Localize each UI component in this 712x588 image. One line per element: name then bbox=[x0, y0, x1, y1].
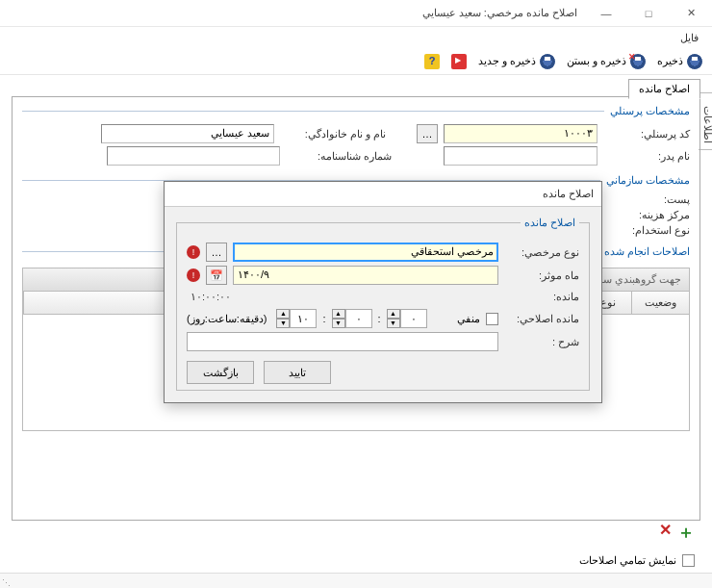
save-new-button[interactable]: ذخيره و جديد bbox=[474, 52, 559, 71]
spin-down[interactable]: ▼ bbox=[276, 319, 290, 328]
spin-up[interactable]: ▲ bbox=[276, 309, 290, 319]
show-all-row: نمايش تمامي اصلاحات bbox=[579, 554, 695, 567]
spin-up[interactable]: ▲ bbox=[387, 309, 400, 319]
menu-file[interactable]: فايل bbox=[673, 30, 706, 46]
resize-grip[interactable]: ⋰ bbox=[2, 578, 9, 588]
col-status[interactable]: وضعيت bbox=[631, 292, 689, 314]
group-done-title: اصلاحات انجام شده bbox=[598, 245, 690, 258]
save-label: ذخيره bbox=[657, 55, 683, 67]
leave-type-input[interactable]: مرخصي استحقاقي bbox=[233, 243, 498, 262]
error-icon: ! bbox=[187, 245, 200, 259]
save-new-label: ذخيره و جديد bbox=[478, 55, 536, 67]
footer-actions: ＋ ✕ bbox=[659, 521, 695, 544]
family-value: سعيد عيسايي bbox=[101, 124, 274, 143]
show-all-label: نمايش تمامي اصلاحات bbox=[579, 554, 676, 567]
desc-label: شرح : bbox=[504, 336, 579, 348]
window-titlebar: ✕ □ — اصلاح مانده مرخصي: سعيد عيسايي bbox=[0, 0, 712, 27]
spinner-min[interactable]: ▲▼ bbox=[387, 309, 427, 328]
disk-new-icon bbox=[540, 54, 555, 69]
dialog-title: اصلاح مانده bbox=[165, 182, 601, 207]
group-personal-title: مشخصات پرسنلي bbox=[604, 105, 690, 117]
maximize-button[interactable]: □ bbox=[627, 0, 670, 27]
status-bar: ⋰ bbox=[0, 573, 712, 588]
group-org-title: مشخصات سازماني bbox=[600, 174, 690, 187]
spinner-day[interactable]: ▲▼ bbox=[276, 309, 317, 328]
idnum-value bbox=[107, 146, 280, 166]
save-close-label: ذخيره و بستن bbox=[567, 55, 626, 67]
unit-label: (دقيقه:ساعت:روز) bbox=[187, 313, 267, 325]
side-tab-info[interactable]: اطلاعات bbox=[699, 92, 712, 150]
code-lookup-button[interactable]: … bbox=[417, 124, 438, 143]
spinner-hour-input[interactable] bbox=[345, 309, 372, 328]
calendar-button[interactable]: 📅 bbox=[206, 266, 227, 285]
balance-label: مانده: bbox=[504, 291, 579, 303]
dialog-group: اصلاح مانده نوع مرخصي: مرخصي استحقاقي … … bbox=[176, 217, 590, 391]
father-value bbox=[444, 146, 598, 166]
month-input[interactable]: ۱۴۰۰/۹ bbox=[233, 266, 498, 285]
menu-bar: فايل bbox=[0, 27, 712, 48]
family-label: نام و نام خانوادگي: bbox=[280, 128, 386, 141]
emptype-label: نوع استخدام: bbox=[603, 224, 690, 237]
leave-type-label: نوع مرخصي: bbox=[504, 246, 579, 259]
month-label: ماه موثر: bbox=[504, 269, 579, 282]
post-label: پست: bbox=[603, 193, 690, 206]
help-button[interactable] bbox=[420, 52, 444, 71]
code-value: ۱۰۰۰۳ bbox=[444, 124, 598, 143]
balance-value: ۱۰:۰۰:۰۰ bbox=[187, 289, 498, 305]
error-icon-2: ! bbox=[187, 268, 200, 282]
cancel-button[interactable]: بازگشت bbox=[187, 361, 254, 384]
code-label: کد پرسنلي: bbox=[603, 128, 690, 141]
spin-up[interactable]: ▲ bbox=[332, 309, 345, 319]
adjust-label: مانده اصلاحي: bbox=[504, 313, 579, 325]
help-icon bbox=[424, 54, 440, 69]
spinner-min-input[interactable] bbox=[400, 309, 427, 328]
spinner-hour[interactable]: ▲▼ bbox=[332, 309, 372, 328]
delete-button[interactable]: ✕ bbox=[659, 521, 672, 544]
window-title: اصلاح مانده مرخصي: سعيد عيسايي bbox=[0, 7, 585, 19]
pdf-button[interactable] bbox=[447, 52, 470, 71]
dialog-adjust: اصلاح مانده اصلاح مانده نوع مرخصي: مرخصي… bbox=[164, 181, 602, 403]
group-personal: مشخصات پرسنلي کد پرسنلي: ۱۰۰۰۳ … نام و ن… bbox=[22, 105, 690, 168]
minimize-button[interactable]: — bbox=[585, 0, 627, 27]
spin-down[interactable]: ▼ bbox=[387, 319, 400, 328]
save-close-button[interactable]: ذخيره و بستن bbox=[563, 52, 649, 71]
negative-label: منفي bbox=[457, 313, 480, 325]
leave-type-lookup[interactable]: … bbox=[206, 243, 227, 262]
disk-close-icon bbox=[630, 54, 646, 69]
dialog-group-title: اصلاح مانده bbox=[521, 217, 579, 229]
tab-main[interactable]: اصلاح مانده bbox=[628, 79, 700, 99]
desc-input[interactable] bbox=[187, 332, 498, 351]
costcenter-label: مرکز هزينه: bbox=[603, 209, 690, 221]
spin-down[interactable]: ▼ bbox=[332, 319, 345, 328]
father-label: نام پدر: bbox=[603, 150, 690, 163]
add-button[interactable]: ＋ bbox=[677, 521, 695, 544]
close-button[interactable]: ✕ bbox=[670, 0, 712, 27]
spinner-day-input[interactable] bbox=[290, 309, 317, 328]
ok-button[interactable]: تاييد bbox=[264, 361, 331, 384]
pdf-icon bbox=[451, 54, 467, 69]
save-button[interactable]: ذخيره bbox=[653, 52, 706, 71]
negative-checkbox[interactable] bbox=[486, 313, 498, 325]
show-all-checkbox[interactable] bbox=[682, 554, 695, 567]
idnum-label: شماره شناسنامه: bbox=[286, 150, 392, 163]
toolbar: ذخيره ذخيره و بستن ذخيره و جديد bbox=[0, 48, 712, 75]
disk-icon bbox=[687, 54, 702, 69]
